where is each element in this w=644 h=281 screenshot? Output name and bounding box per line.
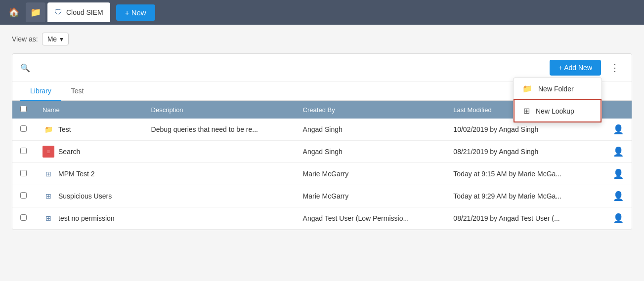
row-last-modified: Today at 9:15 AM by Marie McGa...	[445, 163, 599, 185]
row-created-by: Marie McGarry	[295, 185, 446, 207]
folder-icon: 📁	[522, 84, 532, 93]
row-description: Debug queries that need to be re...	[143, 119, 295, 141]
view-as-select[interactable]: Me ▾	[42, 33, 69, 45]
table-row-icon: ⊞	[43, 212, 54, 224]
search-icon: 🔍	[20, 63, 30, 73]
add-new-button[interactable]: + Add New	[550, 60, 601, 76]
table-row-icon: ⊞	[43, 168, 54, 180]
view-as-label: View as:	[12, 35, 38, 43]
top-nav: 🏠 📁 🛡 Cloud SIEM + New	[0, 0, 644, 25]
new-button-label: + New	[125, 8, 146, 17]
row-checkbox[interactable]	[20, 214, 27, 221]
home-button[interactable]: 🏠	[4, 2, 24, 22]
new-lookup-label: New Lookup	[536, 107, 574, 115]
share-icon[interactable]: 👤	[613, 169, 624, 179]
row-description	[143, 141, 295, 163]
home-icon: 🏠	[8, 7, 19, 18]
row-name: MPM Test 2	[58, 170, 95, 178]
more-icon: ⋮	[610, 62, 620, 73]
header-description: Description	[143, 101, 295, 119]
share-icon[interactable]: 👤	[613, 124, 624, 134]
tab-test[interactable]: Test	[61, 82, 94, 101]
row-created-by: Angad Singh	[295, 141, 446, 163]
row-created-by: Marie McGarry	[295, 163, 446, 185]
folder-button[interactable]: 📁	[26, 2, 45, 22]
search-row-icon: ≡	[43, 146, 54, 158]
shield-icon: 🛡	[54, 8, 62, 17]
cloud-siem-tab[interactable]: 🛡 Cloud SIEM	[47, 2, 110, 22]
row-checkbox[interactable]	[20, 192, 27, 199]
row-name: test no permission	[58, 214, 115, 222]
row-description	[143, 163, 295, 185]
table-row: ⊞MPM Test 2Marie McGarryToday at 9:15 AM…	[12, 163, 632, 185]
tab-library[interactable]: Library	[20, 82, 61, 101]
row-description	[143, 207, 295, 230]
main-card: 🔍 + Add New ⋮ 📁 New Folder ⊞ New Lookup	[12, 53, 632, 230]
add-new-label: + Add New	[558, 64, 592, 72]
chevron-down-icon: ▾	[60, 35, 63, 43]
table-row: ⊞Suspicious UsersMarie McGarryToday at 9…	[12, 185, 632, 207]
new-folder-item[interactable]: 📁 New Folder	[514, 78, 601, 99]
new-button[interactable]: + New	[116, 4, 155, 21]
new-lookup-item[interactable]: ⊞ New Lookup	[514, 99, 601, 122]
row-name: Suspicious Users	[58, 192, 112, 200]
row-checkbox[interactable]	[20, 148, 27, 154]
select-all-checkbox[interactable]	[20, 106, 27, 112]
folder-nav-icon: 📁	[30, 7, 41, 18]
row-checkbox[interactable]	[20, 125, 27, 132]
share-icon[interactable]: 👤	[613, 213, 624, 223]
row-description	[143, 185, 295, 207]
header-checkbox-cell	[12, 101, 35, 119]
header-name: Name	[35, 101, 143, 119]
dropdown-menu: 📁 New Folder ⊞ New Lookup	[513, 78, 602, 123]
header-created-by: Created By	[295, 101, 446, 119]
folder-row-icon: 📁	[43, 123, 54, 135]
share-icon[interactable]: 👤	[613, 147, 624, 157]
more-options-button[interactable]: ⋮	[606, 60, 624, 76]
app-name-label: Cloud SIEM	[66, 8, 103, 16]
row-name: Test	[58, 125, 71, 133]
view-as-bar: View as: Me ▾	[12, 33, 632, 45]
row-last-modified: 08/21/2019 by Angad Singh	[445, 141, 599, 163]
row-created-by: Angad Test User (Low Permissio...	[295, 207, 446, 230]
table-row: ⊞test no permissionAngad Test User (Low …	[12, 207, 632, 230]
view-as-value: Me	[47, 35, 57, 43]
row-created-by: Angad Singh	[295, 119, 446, 141]
row-checkbox[interactable]	[20, 170, 27, 176]
row-last-modified: 08/21/2019 by Angad Test User (...	[445, 207, 599, 230]
share-icon[interactable]: 👤	[613, 191, 624, 201]
table-row: ≡SearchAngad Singh08/21/2019 by Angad Si…	[12, 141, 632, 163]
row-last-modified: Today at 9:29 AM by Marie McGa...	[445, 185, 599, 207]
table-row-icon: ⊞	[43, 190, 54, 202]
header-actions	[599, 101, 632, 119]
row-name: Search	[58, 148, 80, 156]
table-grid-icon: ⊞	[523, 106, 530, 116]
new-folder-label: New Folder	[538, 85, 574, 93]
search-input[interactable]	[35, 64, 545, 72]
page-content: View as: Me ▾ 🔍 + Add New ⋮ 📁 New Folder	[0, 25, 644, 281]
